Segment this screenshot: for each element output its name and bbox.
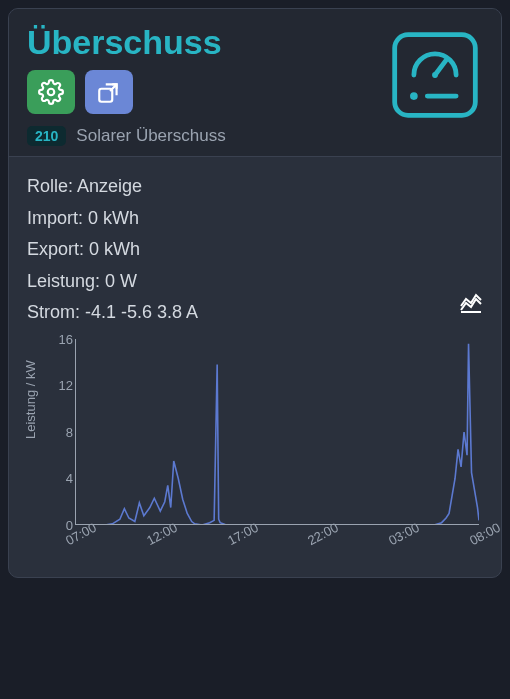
gear-icon bbox=[38, 79, 64, 105]
reading-label: Strom: bbox=[27, 302, 80, 322]
y-tick: 8 bbox=[45, 424, 73, 439]
reading-export: Export: 0 kWh bbox=[27, 234, 483, 266]
card-header: Überschuss bbox=[9, 9, 501, 157]
y-axis-line bbox=[75, 339, 76, 525]
card-body: Rolle: Anzeige Import: 0 kWh Export: 0 k… bbox=[9, 157, 501, 577]
svg-point-4 bbox=[432, 72, 438, 78]
open-chart-button[interactable] bbox=[459, 290, 483, 325]
device-id-badge: 210 bbox=[27, 126, 66, 146]
power-chart: Leistung / kW 0481216 07:0012:0017:0022:… bbox=[27, 339, 483, 559]
reading-label: Import: bbox=[27, 208, 83, 228]
reading-value: Anzeige bbox=[77, 176, 142, 196]
y-tick: 4 bbox=[45, 471, 73, 486]
y-axis-label: Leistung / kW bbox=[23, 360, 38, 439]
surplus-card: Überschuss bbox=[8, 8, 502, 578]
x-axis-line bbox=[75, 524, 479, 525]
chart-series bbox=[75, 339, 479, 525]
svg-point-5 bbox=[410, 92, 418, 100]
reading-role: Rolle: Anzeige bbox=[27, 171, 483, 203]
reading-label: Leistung: bbox=[27, 271, 100, 291]
reading-value: 0 kWh bbox=[89, 239, 140, 259]
card-subheader: 210 Solarer Überschuss bbox=[27, 126, 483, 146]
expand-icon bbox=[96, 79, 122, 105]
y-tick: 12 bbox=[45, 378, 73, 393]
y-axis-ticks: 0481216 bbox=[45, 339, 73, 525]
reading-current: Strom: -4.1 -5.6 3.8 A bbox=[27, 297, 483, 329]
x-axis-ticks: 07:0012:0017:0022:0003:0008:00 bbox=[75, 529, 479, 559]
line-chart-icon bbox=[459, 290, 483, 314]
reading-import: Import: 0 kWh bbox=[27, 203, 483, 235]
reading-label: Rolle: bbox=[27, 176, 73, 196]
device-name: Solarer Überschuss bbox=[76, 126, 225, 146]
reading-value: 0 kWh bbox=[88, 208, 139, 228]
reading-value: -4.1 -5.6 3.8 A bbox=[85, 302, 198, 322]
reading-label: Export: bbox=[27, 239, 84, 259]
reading-value: 0 W bbox=[105, 271, 137, 291]
settings-button[interactable] bbox=[27, 70, 75, 114]
expand-button[interactable] bbox=[85, 70, 133, 114]
y-tick: 16 bbox=[45, 331, 73, 346]
y-tick: 0 bbox=[45, 517, 73, 532]
meter-icon bbox=[387, 27, 483, 127]
svg-point-0 bbox=[48, 89, 55, 96]
reading-power: Leistung: 0 W bbox=[27, 266, 483, 298]
readings-block: Rolle: Anzeige Import: 0 kWh Export: 0 k… bbox=[27, 171, 483, 329]
plot-area bbox=[75, 339, 479, 525]
